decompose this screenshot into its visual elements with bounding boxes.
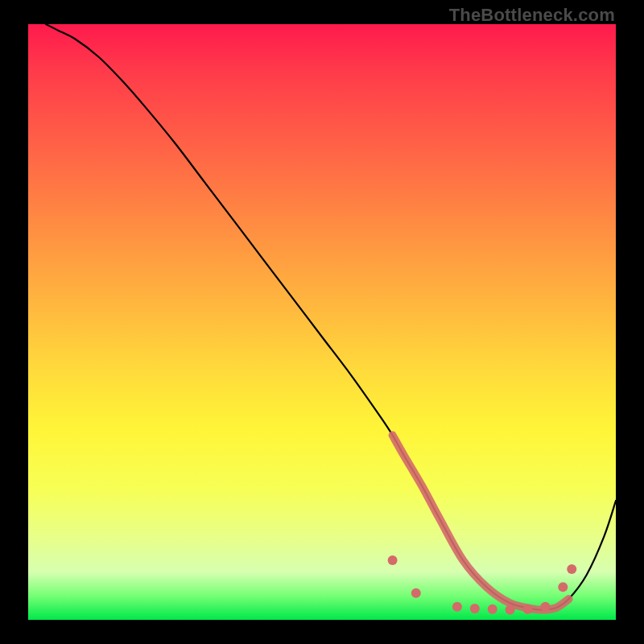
marker-dot — [470, 604, 480, 613]
marker-dot — [411, 588, 421, 598]
highlight-segment — [393, 436, 569, 610]
curve-main — [46, 24, 616, 610]
marker-dot — [540, 602, 550, 612]
marker-dot — [567, 564, 576, 574]
marker-dot — [388, 555, 398, 565]
marker-dot — [523, 605, 533, 614]
marker-dot — [506, 605, 515, 614]
chart-frame: TheBottleneck.com — [0, 0, 644, 644]
plot-area — [28, 24, 616, 620]
marker-dot — [488, 605, 497, 614]
marker-dot — [452, 602, 462, 612]
chart-svg — [28, 24, 616, 620]
marker-dot — [558, 582, 568, 592]
watermark-text: TheBottleneck.com — [449, 5, 615, 26]
